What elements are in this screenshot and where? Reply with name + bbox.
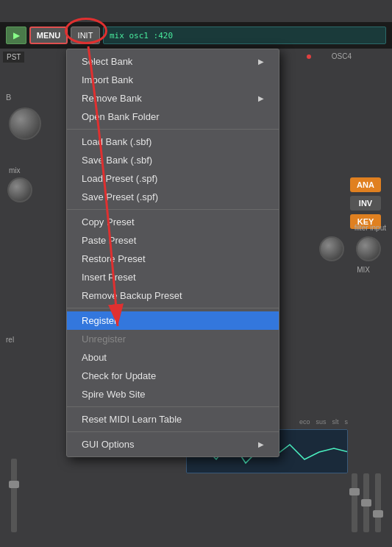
menu-separator (67, 209, 279, 210)
menu-item-label: Load Preset (.spf) (82, 173, 157, 184)
menu-button[interactable]: MENU (29, 27, 68, 44)
menu-item-label: Remove Bank (82, 93, 142, 104)
menu-item-register[interactable]: Register (67, 311, 279, 330)
menu-item-insert-preset[interactable]: Insert Preset (67, 268, 279, 286)
b-label: B (6, 93, 11, 102)
menu-item-paste-preset[interactable]: Paste Preset (67, 231, 279, 250)
indicator-dot (307, 54, 311, 59)
menu-item-save-preset[interactable]: Save Preset (.spf) (67, 188, 279, 206)
menu-item-label: About (82, 352, 107, 363)
menu-item-remove-backup[interactable]: Remove Backup Preset (67, 286, 279, 305)
menu-item-label: GUI Options (82, 439, 135, 450)
mix-knob[interactable] (7, 177, 32, 202)
fader-handle-1[interactable] (349, 488, 360, 495)
fader-left-handle[interactable] (9, 481, 19, 488)
filter-knob-2[interactable] (356, 236, 381, 261)
top-bar: ▶ MENU INIT mix osc1 :420 (0, 22, 392, 49)
menu-item-copy-preset[interactable]: Copy Preset (67, 213, 279, 231)
menu-item-remove-bank[interactable]: Remove Bank▶ (67, 89, 279, 107)
osc4-label: OSC4 (332, 52, 352, 60)
rel-label: rel (6, 336, 14, 344)
pst-label: PST (3, 52, 24, 63)
menu-item-label: Check for Update (82, 370, 156, 381)
menu-item-label: Paste Preset (82, 235, 136, 246)
menu-separator (67, 129, 279, 130)
menu-item-label: Copy Preset (82, 216, 135, 227)
filter-knob-1[interactable] (319, 236, 344, 261)
fader-handle-2[interactable] (361, 499, 371, 507)
inv-button[interactable]: INV (350, 196, 381, 211)
fader-left (11, 459, 17, 532)
menu-item-label: Save Preset (.spf) (82, 191, 158, 202)
menu-item-gui-options[interactable]: GUI Options▶ (67, 435, 279, 454)
menu-separator (67, 431, 279, 432)
status-labels: eco sus slt s (299, 418, 348, 426)
menu-separator (67, 406, 279, 407)
menu-item-label: Spire Web Site (82, 389, 145, 400)
menu-item-label: Import Bank (82, 74, 133, 85)
menu-separator (67, 308, 279, 308)
context-menu: Select Bank▶Import BankRemove Bank▶Open … (66, 49, 279, 457)
menu-item-label: Register (82, 315, 117, 326)
menu-item-label: Load Bank (.sbf) (82, 136, 152, 147)
submenu-arrow-icon: ▶ (258, 440, 264, 448)
menu-item-label: Insert Preset (82, 272, 136, 283)
menu-item-label: Remove Backup Preset (82, 290, 182, 301)
menu-item-restore-preset[interactable]: Restore Preset (67, 250, 279, 268)
menu-item-save-bank[interactable]: Save Bank (.sbf) (67, 151, 279, 169)
menu-item-select-bank[interactable]: Select Bank▶ (67, 52, 279, 71)
fader-handle-3[interactable] (373, 510, 383, 518)
menu-item-about[interactable]: About (67, 348, 279, 367)
menu-item-import-bank[interactable]: Import Bank (67, 71, 279, 89)
filter-input-label: filter input (354, 224, 386, 232)
menu-item-label: Save Bank (.sbf) (82, 155, 152, 166)
menu-item-unregister: Unregister (67, 330, 279, 348)
menu-item-label: Open Bank Folder (82, 111, 160, 122)
fader-group (352, 473, 381, 532)
menu-item-open-bank-folder[interactable]: Open Bank Folder (67, 107, 279, 126)
menu-item-spire-web[interactable]: Spire Web Site (67, 385, 279, 403)
mix-knob-label: mix (9, 166, 21, 174)
menu-item-label: Select Bank (82, 56, 132, 67)
menu-item-load-preset[interactable]: Load Preset (.spf) (67, 169, 279, 188)
menu-item-label: Reset MIDI Learn Table (82, 414, 182, 425)
mix-label-bottom: MIX (357, 266, 370, 274)
menu-item-label: Restore Preset (82, 253, 146, 264)
play-icon: ▶ (13, 30, 20, 40)
submenu-arrow-icon: ▶ (258, 57, 264, 66)
osc-knob-left[interactable] (9, 107, 41, 140)
menu-item-reset-midi[interactable]: Reset MIDI Learn Table (67, 410, 279, 428)
menu-item-load-bank[interactable]: Load Bank (.sbf) (67, 133, 279, 151)
play-button[interactable]: ▶ (6, 27, 26, 44)
ana-button[interactable]: ANA (350, 177, 381, 192)
submenu-arrow-icon: ▶ (258, 94, 264, 102)
menu-item-label: Unregister (82, 334, 126, 345)
menu-item-check-update[interactable]: Check for Update (67, 367, 279, 385)
init-button[interactable]: INIT (71, 27, 100, 44)
preset-display: mix osc1 :420 (103, 27, 386, 44)
